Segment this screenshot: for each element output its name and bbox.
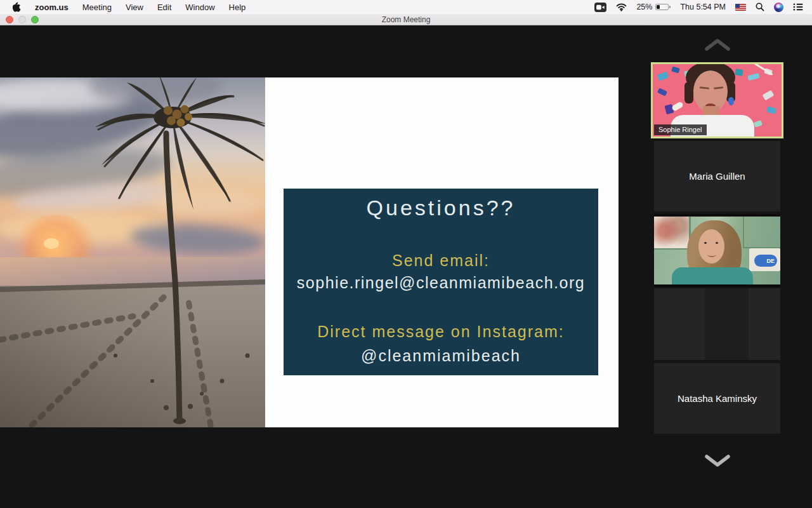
blue-logo-badge: DE (754, 255, 777, 267)
wifi-icon[interactable] (616, 3, 627, 11)
menu-view[interactable]: View (119, 0, 150, 14)
chevron-down-icon (702, 452, 733, 470)
battery-percent-label: 25% (636, 3, 652, 11)
participant-tile-video[interactable]: DE (654, 214, 780, 287)
logo-banner: DE (749, 248, 780, 271)
notification-center-icon[interactable] (793, 3, 803, 11)
sophie-video-feed: Sophie Ringel (653, 64, 782, 137)
participant-name-label: Maria Guillen (689, 171, 745, 182)
menu-bar-left: zoom.us Meeting View Edit Window Help (0, 0, 252, 14)
slide-title: Questions?? (367, 194, 516, 222)
email-label: Send email: (392, 251, 490, 270)
menu-help[interactable]: Help (222, 0, 253, 14)
menu-bar-status: 25% Thu 5:54 PM (594, 3, 812, 12)
window-with-trees (654, 217, 691, 250)
menu-edit[interactable]: Edit (150, 0, 178, 14)
beach-sunset-photo (0, 77, 265, 427)
menu-window[interactable]: Window (178, 0, 221, 14)
battery-icon (655, 4, 669, 10)
menu-app-name[interactable]: zoom.us (28, 0, 75, 14)
apple-icon (13, 2, 22, 12)
participant-shirt (672, 267, 753, 284)
questions-panel: Questions?? Send email: sophie.ringel@cl… (284, 189, 598, 375)
window-title: Zoom Meeting (0, 14, 812, 25)
participant-tile-sophie-ringel[interactable]: Sophie Ringel (651, 62, 783, 138)
sophie-earring (728, 97, 734, 105)
participant-tile-dark-video[interactable] (654, 288, 780, 360)
scroll-participants-down-button[interactable] (702, 452, 733, 470)
email-address: sophie.ringel@cleanmiamibeach.org (297, 270, 585, 295)
video-camera-icon (596, 4, 605, 10)
spotlight-search-icon[interactable] (756, 3, 764, 11)
participant-face (698, 229, 724, 264)
participant-video-feed: DE (654, 217, 780, 284)
meeting-stage: Questions?? Send email: sophie.ringel@cl… (0, 25, 812, 508)
battery-indicator[interactable]: 25% (636, 3, 671, 11)
siri-icon[interactable] (774, 3, 783, 12)
zoom-camera-status-icon[interactable] (594, 3, 606, 12)
window-title-bar: Zoom Meeting (0, 14, 812, 25)
instagram-label: Direct message on Instagram: (317, 322, 564, 341)
participant-tile-maria-guillen[interactable]: Maria Guillen (654, 141, 780, 211)
participant-name-label: Sophie Ringel (654, 124, 707, 135)
shared-screen-slide: Questions?? Send email: sophie.ringel@cl… (0, 77, 619, 427)
participant-name-label: Natasha Kaminsky (678, 393, 757, 404)
scroll-participants-up-button[interactable] (702, 36, 733, 53)
apple-menu[interactable] (11, 2, 28, 12)
menu-meeting[interactable]: Meeting (75, 0, 119, 14)
participant-tile-natasha-kaminsky[interactable]: Natasha Kaminsky (654, 363, 780, 434)
chevron-up-icon (702, 36, 733, 53)
input-source-flag-icon[interactable] (735, 4, 746, 11)
menu-bar-clock[interactable]: Thu 5:54 PM (680, 3, 726, 11)
palm-tree-illustration (0, 77, 265, 427)
instagram-handle: @cleanmiamibeach (361, 344, 521, 368)
macos-menu-bar: zoom.us Meeting View Edit Window Help 25… (0, 0, 812, 14)
